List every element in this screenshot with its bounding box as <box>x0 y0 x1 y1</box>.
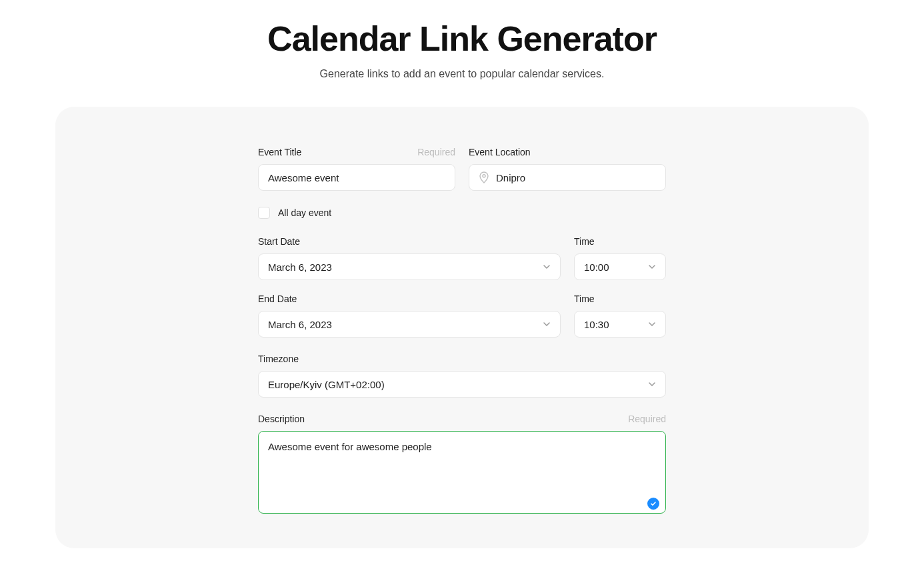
timezone-value: Europe/Kyiv (GMT+02:00) <box>268 379 385 390</box>
event-title-input[interactable] <box>258 164 455 191</box>
event-location-field[interactable] <box>469 164 666 191</box>
end-date-select[interactable]: March 6, 2023 <box>258 311 561 338</box>
page-subtitle: Generate links to add an event to popula… <box>55 68 869 80</box>
end-date-value: March 6, 2023 <box>268 319 332 330</box>
description-label: Description <box>258 414 305 424</box>
svg-point-0 <box>483 175 485 177</box>
chevron-down-icon <box>648 263 656 271</box>
event-location-label: Event Location <box>469 147 531 157</box>
form-panel: Event Title Required Event Location <box>55 107 869 548</box>
event-location-input[interactable] <box>496 172 656 183</box>
chevron-down-icon <box>543 320 551 328</box>
timezone-label: Timezone <box>258 354 299 364</box>
all-day-label: All day event <box>278 207 331 218</box>
description-textarea[interactable] <box>258 431 666 514</box>
chevron-down-icon <box>648 380 656 388</box>
page-title: Calendar Link Generator <box>55 19 869 59</box>
check-icon <box>650 500 657 507</box>
grammar-check-badge[interactable] <box>647 498 659 510</box>
timezone-select[interactable]: Europe/Kyiv (GMT+02:00) <box>258 371 666 398</box>
start-date-value: March 6, 2023 <box>268 261 332 273</box>
description-required: Required <box>628 414 666 424</box>
chevron-down-icon <box>543 263 551 271</box>
event-title-label: Event Title <box>258 147 301 157</box>
event-title-required: Required <box>417 147 455 157</box>
chevron-down-icon <box>648 320 656 328</box>
end-time-value: 10:30 <box>584 319 609 330</box>
end-time-label: Time <box>574 294 595 304</box>
location-pin-icon <box>479 171 489 183</box>
end-date-label: End Date <box>258 294 297 304</box>
start-date-select[interactable]: March 6, 2023 <box>258 253 561 280</box>
start-time-select[interactable]: 10:00 <box>574 253 666 280</box>
all-day-checkbox[interactable] <box>258 207 270 219</box>
start-date-label: Start Date <box>258 236 300 247</box>
end-time-select[interactable]: 10:30 <box>574 311 666 338</box>
start-time-label: Time <box>574 236 595 247</box>
start-time-value: 10:00 <box>584 261 609 273</box>
